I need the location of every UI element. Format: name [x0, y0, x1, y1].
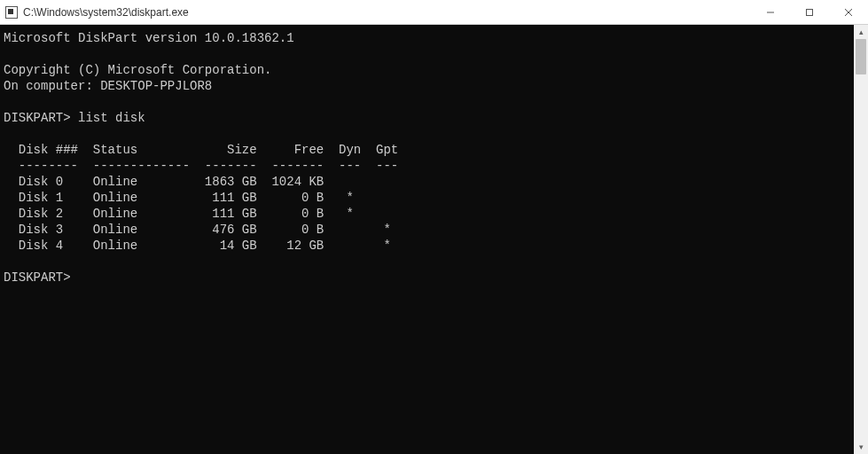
- vertical-scrollbar[interactable]: ▴ ▾: [854, 25, 868, 454]
- window-title: C:\Windows\system32\diskpart.exe: [23, 6, 751, 19]
- window-controls: [751, 0, 868, 24]
- svg-rect-1: [807, 9, 813, 15]
- titlebar[interactable]: C:\Windows\system32\diskpart.exe: [0, 0, 868, 25]
- app-icon: [5, 6, 18, 19]
- close-icon: [844, 8, 853, 17]
- scroll-down-arrow[interactable]: ▾: [854, 440, 868, 454]
- maximize-button[interactable]: [790, 0, 829, 24]
- scroll-thumb[interactable]: [856, 39, 866, 74]
- close-button[interactable]: [829, 0, 868, 24]
- console[interactable]: Microsoft DiskPart version 10.0.18362.1 …: [0, 25, 854, 454]
- maximize-icon: [805, 8, 814, 17]
- minimize-button[interactable]: [751, 0, 790, 24]
- console-wrap: Microsoft DiskPart version 10.0.18362.1 …: [0, 25, 868, 454]
- minimize-icon: [766, 8, 775, 17]
- scroll-up-arrow[interactable]: ▴: [854, 25, 868, 39]
